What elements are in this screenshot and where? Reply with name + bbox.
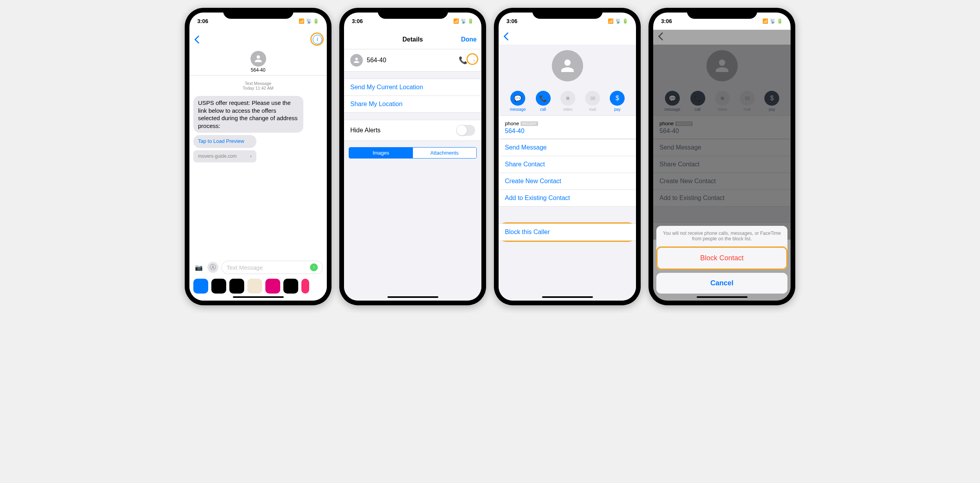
messages-content[interactable]: Text MessageToday 11:42 AM USPS offer re… <box>189 76 327 301</box>
mail-button: ✉mail <box>585 91 600 112</box>
camera-button[interactable]: 📷 <box>193 262 204 273</box>
share-contact-button[interactable]: Share Contact <box>499 156 636 173</box>
phone-icon[interactable]: 📞 <box>459 56 467 65</box>
status-time: 3:06 <box>661 18 672 24</box>
contact-header: 564-40 <box>189 49 327 76</box>
sheet-description: You will not receive phone calls, messag… <box>656 226 787 247</box>
alerts-group: Hide Alerts <box>344 120 481 141</box>
chevron-left-icon <box>194 35 200 44</box>
action-buttons: 💬message 📞call ■video ✉mail $pay <box>499 87 636 115</box>
mail-icon: ✉ <box>585 91 600 106</box>
notch <box>378 8 448 19</box>
segment-control[interactable]: Images Attachments <box>349 147 477 159</box>
info-icon: i <box>313 35 322 44</box>
notch <box>687 8 757 19</box>
avatar-large <box>552 50 583 81</box>
avatar-icon <box>250 51 266 67</box>
screen-4: 3:06 📶 📡 🔋 💬message 📞call ■video ✉mail $… <box>653 13 791 301</box>
notch <box>223 8 294 19</box>
hide-alerts-row: Hide Alerts <box>344 120 481 141</box>
avatar-small-icon <box>350 54 363 67</box>
compose-area: 📷 Ⓐ Text Message↑ <box>189 258 327 296</box>
back-row <box>499 30 636 45</box>
highlight-block: Block this Caller <box>499 222 636 242</box>
contact-number: 564-40 <box>367 57 386 64</box>
heart-app-icon[interactable] <box>283 279 298 294</box>
message-button[interactable]: 💬message <box>510 91 526 112</box>
home-indicator[interactable] <box>387 296 438 298</box>
call-button[interactable]: 📞call <box>536 91 551 112</box>
hide-alerts-label: Hide Alerts <box>350 127 380 134</box>
contact-number: 564-40 <box>189 67 327 73</box>
status-time: 3:06 <box>506 18 517 24</box>
contact-content[interactable]: 💬message 📞call ■video ✉mail $pay phoneRE… <box>499 45 636 301</box>
animoji-icon[interactable] <box>247 279 262 294</box>
status-time: 3:06 <box>352 18 363 24</box>
send-icon[interactable]: ↑ <box>310 263 318 271</box>
action-sheet: You will not receive phone calls, messag… <box>656 226 787 297</box>
info-button[interactable]: i <box>313 35 322 44</box>
apps-button[interactable]: Ⓐ <box>207 262 218 273</box>
navbar-details: Details Done <box>344 30 481 49</box>
app-store-icon[interactable] <box>193 279 208 294</box>
phone-label: phone <box>505 121 519 126</box>
app-drawer[interactable] <box>189 276 327 296</box>
tab-attachments[interactable]: Attachments <box>413 148 477 158</box>
back-button[interactable] <box>503 32 509 41</box>
phone-1-frame: 3:06 📶 📡 🔋 i 564-40 Text MessageToday 11… <box>185 8 331 305</box>
status-time: 3:06 <box>197 18 208 24</box>
status-icons: 📶 📡 🔋 <box>762 18 783 24</box>
contact-row[interactable]: 564-40 📞 › <box>344 49 481 72</box>
phone-4-frame: 3:06 📶 📡 🔋 💬message 📞call ■video ✉mail $… <box>649 8 795 305</box>
video-button: ■video <box>560 91 575 112</box>
pay-button[interactable]: $pay <box>610 91 625 112</box>
chevron-right-icon: › <box>250 153 252 160</box>
phone-3-frame: 3:06 📶 📡 🔋 💬message 📞call ■video ✉mail $… <box>494 8 641 305</box>
details-content[interactable]: 564-40 📞 › Send My Current Location Shar… <box>344 49 481 301</box>
message-icon: 💬 <box>510 91 525 106</box>
pay-icon: $ <box>610 91 625 106</box>
navbar-messages: i <box>189 30 327 49</box>
phone-2-frame: 3:06 📶 📡 🔋 Details Done 564-40 📞 › Send … <box>339 8 486 305</box>
message-meta: Text MessageToday 11:42 AM <box>189 81 327 90</box>
phone-icon: 📞 <box>536 91 551 106</box>
screen-3: 3:06 📶 📡 🔋 💬message 📞call ■video ✉mail $… <box>499 13 636 301</box>
message-bubble[interactable]: USPS offer request: Please use the link … <box>193 96 303 133</box>
home-indicator[interactable] <box>697 296 748 298</box>
home-indicator[interactable] <box>233 296 284 298</box>
add-existing-button[interactable]: Add to Existing Contact <box>499 190 636 207</box>
block-contact-button[interactable]: Block Contact <box>658 248 786 269</box>
safari-app-icon[interactable] <box>265 279 280 294</box>
text-input[interactable]: Text Message↑ <box>222 261 323 274</box>
cancel-button[interactable]: Cancel <box>656 273 787 294</box>
preview-bubble[interactable]: Tap to Load Preview <box>193 135 256 148</box>
video-icon: ■ <box>560 91 575 106</box>
page-title: Details <box>402 36 423 43</box>
back-button[interactable] <box>194 35 200 44</box>
recent-badge: RECENT <box>521 121 538 126</box>
status-icons: 📶 📡 🔋 <box>608 18 628 24</box>
notch <box>532 8 603 19</box>
music-app-icon[interactable] <box>301 279 309 294</box>
hide-alerts-toggle[interactable] <box>456 125 475 136</box>
share-location-button[interactable]: Share My Location <box>344 96 481 113</box>
chevron-right-icon[interactable]: › <box>473 56 475 65</box>
block-caller-button[interactable]: Block this Caller <box>499 223 636 241</box>
phone-section[interactable]: phoneRECENT 564-40 <box>499 115 636 139</box>
status-icons: 📶 📡 🔋 <box>299 18 319 24</box>
phone-number[interactable]: 564-40 <box>505 128 630 135</box>
activity-icon[interactable] <box>229 279 244 294</box>
location-group: Send My Current Location Share My Locati… <box>344 79 481 113</box>
status-icons: 📶 📡 🔋 <box>453 18 474 24</box>
send-message-button[interactable]: Send Message <box>499 139 636 156</box>
tab-images[interactable]: Images <box>349 148 413 158</box>
home-indicator[interactable] <box>542 296 593 298</box>
apple-pay-icon[interactable] <box>211 279 226 294</box>
send-location-button[interactable]: Send My Current Location <box>344 79 481 96</box>
done-button[interactable]: Done <box>461 36 477 43</box>
screen-1: 3:06 📶 📡 🔋 i 564-40 Text MessageToday 11… <box>189 13 327 301</box>
create-contact-button[interactable]: Create New Contact <box>499 173 636 190</box>
screen-2: 3:06 📶 📡 🔋 Details Done 564-40 📞 › Send … <box>344 13 481 301</box>
url-bubble[interactable]: movers-guide.com› <box>193 150 256 163</box>
